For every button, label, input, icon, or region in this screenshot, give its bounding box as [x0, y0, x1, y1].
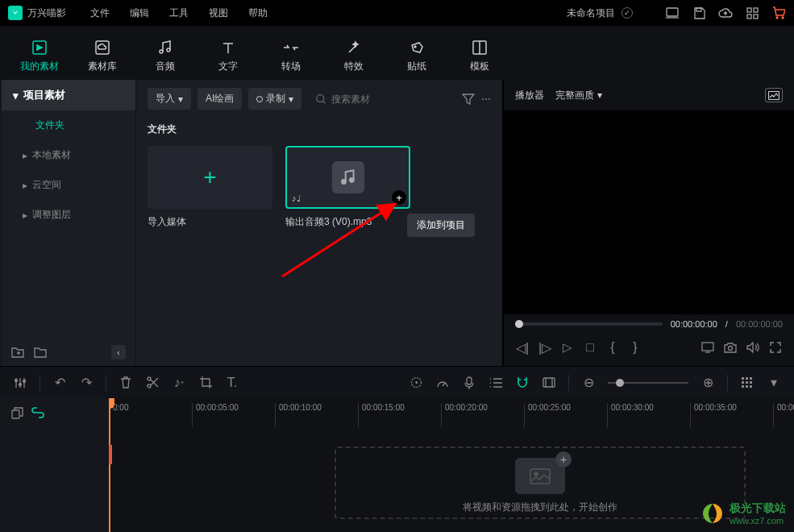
playhead[interactable]	[109, 398, 110, 532]
list-icon[interactable]	[488, 377, 503, 388]
zoom-in-icon[interactable]: ⊕	[700, 375, 715, 390]
folder-icon[interactable]	[34, 347, 47, 358]
menu-view[interactable]: 视图	[209, 6, 228, 20]
tab-my-media[interactable]: 我的素材	[10, 32, 69, 80]
magnet-icon[interactable]	[515, 376, 530, 389]
timeline-ruler[interactable]: 0:00 00:00:05:00 00:00:10:00 00:00:15:00…	[109, 398, 794, 427]
timeline-tracks-area[interactable]: 0:00 00:00:05:00 00:00:10:00 00:00:15:00…	[109, 398, 794, 532]
display-mode-icon[interactable]	[700, 340, 715, 355]
zoom-out-icon[interactable]: ⊖	[581, 375, 596, 390]
sidebar-item-adjust[interactable]: ▸ 调整图层	[2, 200, 135, 230]
add-to-project-button[interactable]: +	[392, 190, 406, 205]
current-time: 00:00:00:00	[671, 319, 717, 329]
prev-frame-icon[interactable]: ◁|	[515, 340, 530, 355]
save-icon[interactable]	[692, 6, 706, 20]
target-icon[interactable]	[409, 376, 423, 389]
sidebar-item-cloud[interactable]: ▸ 云空间	[2, 170, 135, 200]
tab-transition[interactable]: 转场	[261, 32, 320, 80]
import-button[interactable]: 导入 ▾	[148, 88, 191, 110]
zoom-handle[interactable]	[616, 379, 624, 387]
add-to-project-tooltip: 添加到项目	[407, 214, 475, 237]
svg-rect-49	[746, 381, 748, 384]
timeline-drop-zone[interactable]: + 将视频和资源拖拽到此处，开始创作	[335, 447, 746, 519]
tab-label: 贴纸	[407, 60, 426, 73]
new-folder-icon[interactable]	[11, 347, 24, 358]
more-icon[interactable]: ⋯	[481, 94, 491, 105]
tab-templates[interactable]: 模板	[450, 32, 509, 80]
cloud-box-icon	[94, 39, 111, 56]
record-dot-icon	[256, 96, 263, 102]
playhead-flag[interactable]	[109, 445, 112, 464]
sidebar-item-folder[interactable]: 文件夹	[2, 110, 135, 140]
camera-icon[interactable]	[723, 340, 738, 355]
redo-icon[interactable]: ↷	[79, 375, 94, 390]
media-box-icon	[31, 39, 48, 56]
copy-track-icon[interactable]	[11, 407, 23, 419]
cloud-icon[interactable]	[718, 6, 733, 20]
device-icon[interactable]	[665, 6, 680, 20]
filter-icon[interactable]	[462, 94, 475, 105]
svg-point-61	[534, 472, 538, 476]
menu-help[interactable]: 帮助	[248, 6, 268, 20]
svg-rect-54	[12, 410, 19, 418]
cart-icon[interactable]	[771, 6, 786, 20]
preview-scrubber[interactable]	[515, 322, 663, 326]
timeline-settings-icon[interactable]	[13, 376, 27, 389]
search-input-wrapper[interactable]	[308, 89, 455, 109]
search-input[interactable]	[331, 94, 447, 105]
tab-text[interactable]: 文字	[198, 32, 257, 80]
menu-edit[interactable]: 编辑	[130, 6, 149, 20]
tab-stickers[interactable]: 贴纸	[387, 32, 446, 80]
crop-icon[interactable]	[198, 376, 213, 389]
apps-icon[interactable]	[745, 6, 759, 20]
record-button[interactable]: 录制 ▾	[248, 88, 301, 110]
undo-icon[interactable]: ↶	[52, 375, 67, 390]
stop-icon[interactable]: □	[583, 340, 597, 355]
quality-selector[interactable]: 完整画质 ▾	[555, 89, 602, 102]
sidebar-header[interactable]: ▾ 项目素材	[2, 80, 135, 110]
ruler-tick: 00:00:05:00	[192, 403, 239, 427]
menu-file[interactable]: 文件	[90, 6, 110, 20]
film-icon[interactable]	[542, 377, 556, 388]
project-title: 未命名项目 ✓	[567, 6, 633, 20]
svg-point-12	[167, 48, 170, 52]
sidebar-item-local[interactable]: ▸ 本地素材	[2, 140, 135, 170]
mic-icon[interactable]	[462, 376, 476, 389]
chevron-down-icon[interactable]: ▾	[767, 375, 781, 390]
transition-icon	[282, 39, 300, 56]
ruler-tick: 00:00:40:00	[773, 403, 794, 427]
play-icon[interactable]: ▷	[560, 340, 575, 355]
snapshot-icon[interactable]	[765, 88, 783, 102]
audio-detach-icon[interactable]: ♪+	[172, 376, 186, 390]
audio-media-card[interactable]: ♪♩ + 输出音频3 (V0).mp3	[285, 146, 410, 229]
svg-point-33	[415, 382, 417, 384]
step-back-icon[interactable]: |▷	[538, 340, 552, 355]
sidebar: ▾ 项目素材 文件夹 ▸ 本地素材 ▸ 云空间 ▸ 调整图层 ‹	[0, 80, 135, 366]
fullscreen-icon[interactable]	[768, 340, 783, 355]
drop-placeholder-icon: +	[515, 458, 565, 494]
speed-icon[interactable]	[435, 377, 450, 389]
link-track-icon[interactable]	[31, 407, 44, 418]
tab-effects[interactable]: 特效	[324, 32, 383, 80]
svg-rect-21	[702, 343, 713, 351]
text-tool-icon[interactable]: T.	[225, 376, 239, 390]
video-preview-area[interactable]	[504, 110, 794, 314]
svg-line-34	[443, 383, 445, 386]
split-icon[interactable]	[145, 376, 160, 389]
mark-out-icon[interactable]: }	[628, 340, 642, 355]
import-media-card[interactable]: + 导入媒体	[148, 146, 272, 229]
scrubber-handle[interactable]	[515, 320, 523, 328]
volume-icon[interactable]	[746, 340, 760, 355]
grid-view-icon[interactable]	[740, 377, 755, 389]
search-icon	[316, 94, 326, 105]
ai-draw-button[interactable]: AI绘画	[197, 88, 242, 110]
tab-label: 我的素材	[20, 60, 59, 73]
mark-in-icon[interactable]: {	[605, 340, 620, 355]
tab-stock[interactable]: 素材库	[73, 32, 131, 80]
collapse-sidebar-icon[interactable]: ‹	[111, 345, 126, 360]
tab-audio[interactable]: 音频	[135, 32, 194, 80]
zoom-slider[interactable]	[608, 382, 688, 384]
app-logo-icon	[8, 6, 23, 20]
menu-tools[interactable]: 工具	[169, 6, 189, 20]
delete-icon[interactable]	[118, 376, 133, 389]
